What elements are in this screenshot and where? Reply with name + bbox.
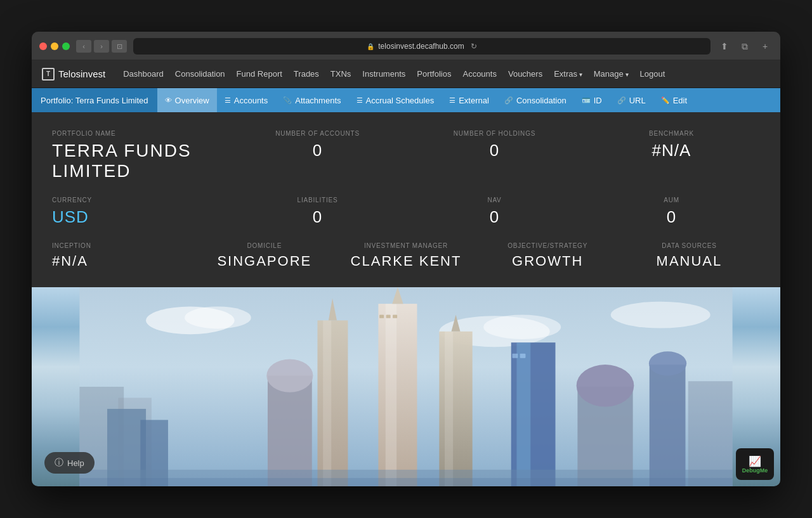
new-tab-button[interactable]: +: [757, 40, 773, 53]
minimize-button[interactable]: [51, 42, 58, 50]
svg-point-24: [266, 359, 313, 392]
debug-icon: 📈: [749, 455, 761, 467]
stat-domicile: DOMICILE SINGAPORE: [193, 242, 335, 269]
nav-buttons: ‹ › ⊡: [76, 40, 127, 53]
stat-aum: AUM 0: [583, 197, 760, 227]
nav-fund-report[interactable]: Fund Report: [232, 67, 287, 81]
nav-instruments[interactable]: Instruments: [357, 67, 410, 81]
nav-txns[interactable]: TXNs: [325, 67, 357, 81]
tab-overview[interactable]: 👁 Overview: [157, 88, 217, 112]
share-button[interactable]: ⬆: [717, 40, 732, 53]
nav-dashboard[interactable]: Dashboard: [118, 67, 169, 81]
stat-currency: CURRENCY USD: [52, 197, 229, 227]
tab-accrual-schedules[interactable]: ☰ Accrual Schedules: [349, 88, 442, 112]
nav-vouchers[interactable]: Vouchers: [503, 67, 547, 81]
overview-icon: 👁: [165, 96, 172, 104]
svg-rect-17: [386, 315, 391, 318]
back-button[interactable]: ‹: [76, 40, 91, 53]
tab-consolidation[interactable]: 🔗 Consolidation: [497, 88, 574, 112]
stat-portfolio-name: PORTFOLIO NAME TERRA FUNDS LIMITED: [52, 130, 229, 181]
address-bar[interactable]: 🔒 telosinvest.decafhub.com ↻: [133, 38, 710, 55]
tab-edit[interactable]: ✏️ Edit: [653, 88, 695, 112]
stats-row-3: INCEPTION #N/A DOMICILE SINGAPORE INVEST…: [52, 242, 760, 269]
svg-point-5: [611, 302, 710, 328]
attachments-icon: 📎: [283, 96, 292, 105]
help-icon: ⓘ: [55, 457, 63, 469]
close-button[interactable]: [39, 42, 47, 50]
svg-rect-26: [516, 342, 530, 486]
svg-rect-21: [445, 332, 453, 486]
portfolio-breadcrumb: Portfolio: Terra Funds Limited: [32, 88, 157, 112]
svg-rect-18: [393, 315, 397, 318]
stat-data-sources: DATA SOURCES MANUAL: [619, 242, 760, 269]
svg-point-30: [577, 365, 634, 406]
stats-row-2: CURRENCY USD LIABILITIES 0 NAV 0 AUM 0: [52, 197, 760, 227]
id-icon: 🪪: [582, 96, 591, 105]
split-button[interactable]: ⊡: [112, 40, 127, 53]
browser-window: ‹ › ⊡ 🔒 telosinvest.decafhub.com ↻ ⬆ ⧉ +…: [32, 32, 780, 486]
duplicate-button[interactable]: ⧉: [737, 40, 752, 53]
svg-rect-16: [379, 315, 384, 318]
app-container: T Telosinvest Dashboard Consolidation Fu…: [32, 60, 780, 486]
browser-actions: ⬆ ⧉ +: [717, 40, 773, 53]
stat-inception: INCEPTION #N/A: [52, 242, 193, 269]
svg-point-4: [483, 315, 561, 339]
svg-rect-11: [317, 320, 348, 486]
tab-external[interactable]: ☰ External: [442, 88, 497, 112]
nav-manage[interactable]: Manage: [589, 67, 634, 81]
stats-row-1: PORTFOLIO NAME TERRA FUNDS LIMITED NUMBE…: [52, 130, 760, 181]
edit-icon: ✏️: [661, 96, 670, 105]
stat-nav: NAV 0: [406, 197, 583, 227]
overview-panel: PORTFOLIO NAME TERRA FUNDS LIMITED NUMBE…: [32, 112, 780, 287]
tab-accounts[interactable]: ☰ Accounts: [217, 88, 275, 112]
svg-point-2: [185, 307, 251, 329]
sub-nav-tabs: 👁 Overview ☰ Accounts 📎 Attachments ☰ Ac…: [157, 88, 695, 112]
svg-rect-34: [79, 478, 732, 486]
stat-benchmark: BENCHMARK #N/A: [583, 130, 760, 181]
external-icon: ☰: [449, 96, 455, 105]
svg-rect-12: [323, 320, 331, 486]
accounts-icon: ☰: [225, 96, 231, 105]
debug-badge[interactable]: 📈 DebugMe: [736, 448, 774, 480]
tab-url[interactable]: 🔗 URL: [610, 88, 653, 112]
tab-id[interactable]: 🪪 ID: [574, 88, 610, 112]
svg-rect-14: [378, 304, 417, 486]
svg-rect-28: [520, 354, 526, 358]
top-nav: T Telosinvest Dashboard Consolidation Fu…: [32, 60, 780, 88]
stat-liabilities: LIABILITIES 0: [229, 197, 406, 227]
logo[interactable]: T Telosinvest: [42, 68, 105, 81]
nav-portfolios[interactable]: Portfolios: [412, 67, 456, 81]
lock-icon: 🔒: [367, 43, 374, 50]
nav-logout[interactable]: Logout: [635, 67, 671, 81]
nav-accounts[interactable]: Accounts: [457, 67, 501, 81]
nav-trades[interactable]: Trades: [289, 67, 324, 81]
logo-text: Telosinvest: [58, 68, 105, 79]
accrual-icon: ☰: [357, 96, 363, 105]
tab-attachments[interactable]: 📎 Attachments: [275, 88, 348, 112]
svg-point-32: [649, 351, 686, 375]
fullscreen-button[interactable]: [62, 42, 70, 50]
stat-num-accounts: NUMBER OF ACCOUNTS 0: [229, 130, 406, 181]
background-image: ⓘ Help 📈 DebugMe: [32, 287, 780, 486]
sub-nav: Portfolio: Terra Funds Limited 👁 Overvie…: [32, 88, 780, 112]
svg-rect-20: [439, 332, 472, 486]
nav-extras[interactable]: Extras: [549, 67, 587, 81]
consolidation-icon: 🔗: [504, 96, 513, 105]
browser-chrome: ‹ › ⊡ 🔒 telosinvest.decafhub.com ↻ ⬆ ⧉ +: [32, 32, 780, 60]
nav-links: Dashboard Consolidation Fund Report Trad…: [118, 67, 770, 81]
stat-num-holdings: NUMBER OF HOLDINGS 0: [406, 130, 583, 181]
url-text: telosinvest.decafhub.com: [378, 42, 464, 51]
forward-button[interactable]: ›: [94, 40, 109, 53]
logo-icon: T: [42, 68, 55, 81]
help-button[interactable]: ⓘ Help: [44, 452, 95, 474]
traffic-lights: [39, 42, 70, 50]
stat-investment-manager: INVESTMENT MANAGER CLARKE KENT: [335, 242, 476, 269]
svg-rect-23: [268, 376, 312, 486]
nav-consolidation[interactable]: Consolidation: [170, 67, 230, 81]
svg-rect-27: [512, 354, 518, 358]
svg-rect-15: [386, 304, 396, 486]
url-icon: 🔗: [617, 96, 626, 105]
svg-rect-31: [650, 365, 686, 486]
stat-objective: OBJECTIVE/STRATEGY GROWTH: [477, 242, 619, 269]
reload-icon[interactable]: ↻: [471, 42, 477, 51]
